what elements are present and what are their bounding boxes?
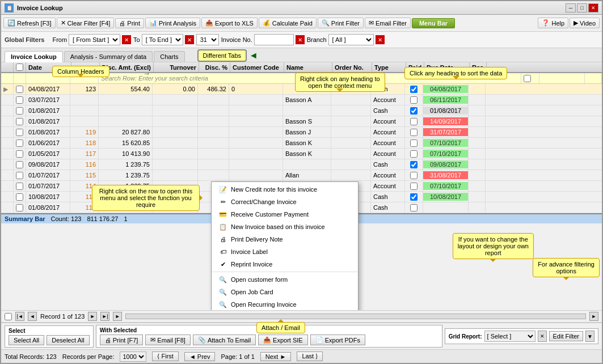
first-nav-button[interactable]: |◄ (15, 312, 24, 321)
video-button[interactable]: ▶ Video (570, 18, 600, 28)
table-row[interactable]: 01/06/2017 118 15 620.85 Basson K Accoun… (1, 138, 602, 149)
prev-page-button[interactable]: ◄ Prev (184, 352, 216, 361)
header-expand[interactable] (1, 62, 14, 72)
paid-checkbox[interactable] (410, 129, 418, 136)
tab-charts[interactable]: Charts (154, 51, 184, 62)
tab-invoice-lookup[interactable]: Invoice Lookup (5, 51, 63, 62)
row-checkbox[interactable] (16, 193, 23, 201)
header-check[interactable] (14, 62, 26, 72)
from-clear-button[interactable]: ✕ (122, 35, 131, 44)
row-checkbox[interactable] (16, 204, 23, 211)
print-f7-button[interactable]: 🖨 Print [F7] (100, 335, 144, 345)
help-button[interactable]: ❓ Help (538, 18, 568, 28)
next-page-button[interactable]: Next ► (260, 352, 292, 361)
menu-bar-button[interactable]: Menu Bar (412, 18, 455, 28)
refresh-button[interactable]: 🔄 Refresh [F3] (3, 18, 56, 28)
calculate-paid-button[interactable]: 💰 Calculate Paid (259, 18, 317, 28)
nav-checkbox[interactable] (5, 313, 12, 320)
header-disc-pct[interactable]: Disc. % (199, 62, 230, 72)
search-paid-checkbox[interactable] (524, 75, 531, 82)
context-print-delivery[interactable]: 🖨 Print Delivery Note (212, 233, 358, 246)
prev-nav-button[interactable]: ◄ (28, 312, 37, 321)
context-new-credit[interactable]: 📝 New Credit note for this invoice (212, 183, 358, 196)
row-checkbox[interactable] (16, 150, 23, 158)
day-select[interactable]: 31 (196, 34, 219, 45)
context-reprint[interactable]: ✔ Reprint Invoice (212, 258, 358, 270)
row-checkbox[interactable] (16, 86, 23, 93)
horizontal-scrollbar[interactable] (125, 314, 586, 319)
scroll-end-button[interactable]: ► (589, 312, 598, 321)
grid-report-clear-button[interactable]: ✕ (538, 331, 547, 342)
grid-report-select[interactable]: [ Select ] (484, 331, 535, 342)
attach-email-button[interactable]: 📎 Attach To Email (193, 335, 256, 345)
close-button[interactable]: ✕ (588, 3, 598, 12)
header-type[interactable]: Type (372, 62, 406, 72)
to-clear-button[interactable]: ✕ (185, 35, 194, 44)
context-open-job-card[interactable]: 🔍 Open Job Card (212, 286, 358, 298)
maximize-button[interactable]: □ (577, 3, 587, 12)
email-filter-button[interactable]: ✉ Email Filter (365, 18, 411, 28)
row-checkbox[interactable] (16, 129, 23, 136)
context-open-customer[interactable]: 🔍 Open customer form (212, 273, 358, 286)
row-checkbox[interactable] (16, 118, 23, 125)
paid-checkbox[interactable] (410, 150, 418, 158)
table-row[interactable]: 01/08/2017 119 20 827.80 Basson J Accoun… (1, 127, 602, 138)
context-new-invoice[interactable]: 📋 New Invoice based on this invoice (212, 221, 358, 233)
table-row[interactable]: 01/07/2017 115 1 239.75 Allan Account 31… (1, 170, 602, 181)
row-checkbox[interactable] (16, 183, 23, 190)
paid-checkbox[interactable] (410, 107, 418, 115)
paid-checkbox[interactable] (410, 118, 418, 125)
to-select[interactable]: [ To End ] (142, 34, 183, 45)
table-row[interactable]: 01/08/2017 Basson S Account 14/09/2017 (1, 116, 602, 127)
row-checkbox[interactable] (16, 161, 23, 168)
select-all-checkbox[interactable] (16, 64, 23, 71)
branch-select[interactable]: [ All ] (328, 34, 374, 45)
paid-checkbox[interactable] (410, 204, 418, 211)
context-recurring-invoice[interactable]: 🔍 Open Recurring Invoice (212, 298, 358, 310)
grid-report-dropdown-button[interactable]: ▼ (585, 331, 594, 342)
header-turnover[interactable]: Turnover (154, 62, 199, 72)
paid-checkbox[interactable] (410, 193, 418, 201)
header-name[interactable]: Name (284, 62, 332, 72)
minimize-button[interactable]: ─ (566, 3, 576, 12)
select-all-button[interactable]: Select All (9, 335, 44, 345)
export-pdfs-button[interactable]: 📄 Export PDFs (310, 335, 365, 345)
first-page-button[interactable]: ⟨ First (152, 352, 178, 361)
branch-clear-button[interactable]: ✕ (376, 35, 385, 44)
context-receive-payment[interactable]: 💳 Receive Customer Payment (212, 208, 358, 221)
table-row[interactable]: 09/08/2017 116 1 239.75 Cash 09/08/2017 (1, 159, 602, 170)
deselect-all-button[interactable]: Deselect All (47, 335, 89, 345)
paid-checkbox[interactable] (410, 172, 418, 179)
table-row[interactable]: 03/07/2017 Basson A Account 06/11/2017 (1, 95, 602, 105)
context-correct-invoice[interactable]: ✏ Correct/Change Invoice (212, 196, 358, 208)
email-f8-button[interactable]: ✉ Email [F8] (145, 335, 191, 345)
tab-analysis[interactable]: Analysis - Summary of data (64, 51, 153, 62)
paid-checkbox[interactable] (410, 86, 418, 93)
invoice-no-input[interactable] (254, 34, 294, 45)
paid-checkbox[interactable] (410, 161, 418, 168)
print-filter-button[interactable]: 🔍 Print Filter (318, 18, 364, 28)
edit-filter-button[interactable]: Edit Filter (549, 331, 583, 341)
print-button[interactable]: 🖨 Print (115, 18, 144, 28)
last-nav-button[interactable]: ►| (100, 312, 109, 321)
table-row[interactable]: 01/05/2017 117 10 413.90 Basson K Accoun… (1, 149, 602, 159)
row-checkbox[interactable] (16, 96, 23, 104)
export-sie-button[interactable]: 📤 Export SIE (258, 335, 308, 345)
last-page-button[interactable]: Last ⟩ (297, 352, 323, 361)
table-row[interactable]: 01/08/2017 Cash 01/08/2017 (1, 105, 602, 116)
paid-checkbox[interactable] (410, 139, 418, 147)
header-order-no[interactable]: Order No. (332, 62, 372, 72)
records-per-page-select[interactable]: 1000 (120, 352, 146, 362)
header-cust-code[interactable]: Customer Code (230, 62, 284, 72)
row-checkbox[interactable] (16, 139, 23, 147)
paid-checkbox[interactable] (410, 96, 418, 104)
paid-checkbox[interactable] (410, 183, 418, 190)
export-xls-button[interactable]: 📤 Export to XLS (201, 18, 258, 28)
next-nav-button[interactable]: ► (88, 312, 97, 321)
invoice-no-clear-button[interactable]: ✕ (296, 35, 305, 44)
print-analysis-button[interactable]: 📊 Print Analysis (145, 18, 200, 28)
context-invoice-label[interactable]: 🏷 Invoice Label (212, 246, 358, 258)
row-checkbox[interactable] (16, 172, 23, 179)
clear-filter-button[interactable]: ✕ Clear Filter [F4] (57, 18, 115, 28)
from-select[interactable]: [ From Start ] (69, 34, 120, 45)
